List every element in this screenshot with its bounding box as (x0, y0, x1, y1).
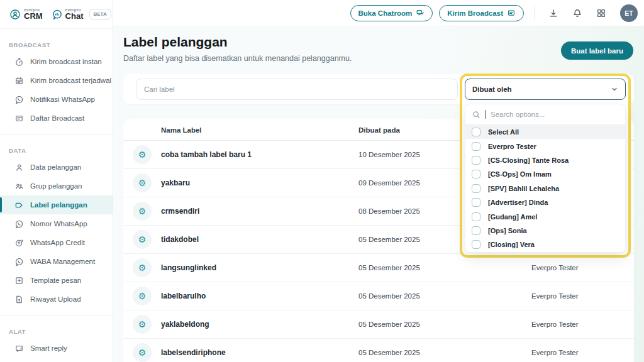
label-gear-icon: ⚙ (133, 315, 152, 334)
checkbox[interactable] (472, 212, 480, 221)
table-row[interactable]: ⚙ langsunglinked 05 Desember 2025 Everpr… (123, 254, 634, 282)
label-name: labelbarulho (161, 292, 358, 300)
sidebar-section-data: DATA Data pelanggan Grup pelanggan Label… (0, 142, 113, 309)
dropdown-option[interactable]: [Gudang] Amel (465, 209, 625, 223)
sidebar-item-label: Template pesan (30, 277, 81, 284)
dropdown-option[interactable]: [Ops] Sonia (465, 224, 625, 238)
sidebar-item-smart-reply[interactable]: Smart reply (0, 339, 113, 358)
option-label: [Gudang] Amel (488, 213, 537, 221)
whatsapp-icon (14, 94, 24, 104)
dropdown-option-select-all[interactable]: Select All (465, 125, 625, 139)
create-label-button[interactable]: Buat label baru (561, 41, 633, 60)
upload-file-icon (14, 294, 24, 304)
notification-bell-icon[interactable] (569, 4, 586, 22)
sidebar-item-whatsapp-credit[interactable]: WhatsApp Credit (0, 233, 113, 252)
credit-icon (14, 238, 24, 248)
sidebar-item-notifikasi-whatsapp[interactable]: Notifikasi WhatsApp (0, 90, 113, 109)
buka-chatroom-button[interactable]: Buka Chatroom (350, 5, 433, 21)
label-gear-icon: ⚙ (133, 287, 152, 305)
section-title: BROADCAST (0, 36, 113, 52)
label-created-at: 05 Desember 2025 (358, 321, 531, 328)
label-gear-icon: ⚙ (133, 145, 152, 164)
brand-header: everpro CRM everpro Chat BETA (0, 0, 113, 29)
dropdown-option[interactable]: [Closing] Vera (465, 238, 625, 251)
crm-logo[interactable]: everpro CRM (9, 8, 43, 21)
label-created-by: Everpro Tester (531, 349, 634, 356)
kirim-broadcast-label: Kirim Broadcast (447, 9, 503, 17)
sidebar-item-grup-pelanggan[interactable]: Grup pelanggan (0, 177, 113, 195)
creator-filter-select[interactable]: Dibuat oleh (465, 79, 626, 100)
sidebar-item-label: Daftar Broadcast (30, 114, 84, 122)
person-icon (14, 162, 24, 172)
checkbox[interactable] (472, 198, 480, 207)
option-label: Everpro Tester (488, 143, 536, 150)
user-avatar[interactable]: ET (620, 4, 638, 22)
sidebar-item-label: Notifikasi WhatsApp (30, 96, 95, 103)
chat-logo[interactable]: everpro Chat (52, 8, 84, 21)
message-icon (507, 9, 516, 18)
calendar-icon (14, 75, 24, 85)
page-title: Label pelanggan (123, 35, 228, 50)
label-gear-icon: ⚙ (133, 173, 152, 192)
topbar-divider (534, 6, 535, 20)
creator-filter-highlight-ring: Dibuat oleh Select All (460, 74, 631, 258)
chat-bubbles-icon (416, 9, 425, 18)
creator-filter-dropdown: Select All Everpro Tester [CS-Closing] T… (465, 104, 626, 253)
whatsapp-icon (14, 219, 24, 229)
checkbox[interactable] (472, 240, 480, 249)
whatsapp-icon (14, 256, 24, 266)
option-label: [CS-Ops] Om Imam (488, 170, 552, 178)
section-title: DATA (0, 142, 113, 158)
download-icon[interactable] (545, 4, 562, 22)
sidebar-item-label: Smart reply (30, 344, 67, 352)
checkbox[interactable] (472, 226, 480, 235)
apps-grid-icon[interactable] (592, 4, 610, 22)
search-label-input[interactable] (136, 79, 458, 100)
option-label: [Advertiser] Dinda (488, 199, 548, 206)
sidebar-divider (0, 315, 113, 315)
label-created-by: Everpro Tester (531, 292, 634, 300)
dropdown-option[interactable]: [CS-Ops] Om Imam (465, 167, 625, 181)
table-row[interactable]: ⚙ labelsendiriphone 05 Desember 2025 Eve… (123, 339, 634, 362)
dropdown-option[interactable]: [Advertiser] Dinda (465, 195, 625, 209)
label-gear-icon: ⚙ (133, 343, 152, 362)
checkbox[interactable] (472, 156, 480, 165)
label-name: coba tambah label baru 1 (161, 150, 358, 159)
label-gear-icon: ⚙ (133, 230, 152, 249)
sidebar-item-label: Data pelanggan (30, 163, 81, 171)
sidebar-item-kirim-broadcast-terjadwal[interactable]: Kirim broadcast terjadwal (0, 71, 113, 90)
sidebar-item-riwayat-upload[interactable]: Riwayat Upload (0, 290, 113, 309)
template-icon (14, 275, 24, 285)
dropdown-option[interactable]: Everpro Tester (465, 139, 625, 153)
sidebar-item-kirim-broadcast-instan[interactable]: Kirim broadcast instan (0, 52, 113, 71)
page-subtitle: Daftar label yang bisa disematkan untuk … (123, 54, 352, 63)
label-name: langsunglinked (161, 263, 358, 272)
sidebar-item-waba-management[interactable]: WABA Management (0, 252, 113, 271)
search-icon (472, 111, 480, 119)
sidebar-item-template-pesan[interactable]: Template pesan (0, 271, 113, 290)
checkbox[interactable] (472, 128, 480, 136)
sidebar-item-label-pelanggan[interactable]: Label pelanggan (0, 195, 113, 214)
sidebar-item-label: Nomor WhatsApp (30, 220, 87, 228)
label-created-at: 05 Desember 2025 (358, 264, 531, 272)
checkbox[interactable] (472, 170, 480, 178)
table-row[interactable]: ⚙ labelbarulho 05 Desember 2025 Everpro … (123, 282, 634, 310)
sidebar-item-nomor-whatsapp[interactable]: Nomor WhatsApp (0, 214, 113, 233)
sidebar-item-label: WhatsApp Credit (30, 239, 85, 246)
checkbox[interactable] (472, 142, 480, 151)
dropdown-option[interactable]: [SPV] Bahlil Lehaleha (465, 182, 625, 195)
sidebar-item-daftar-broadcast[interactable]: Daftar Broadcast (0, 109, 113, 128)
chevron-down-icon (611, 85, 618, 93)
dropdown-option[interactable]: [CS-Closing] Tante Rosa (465, 153, 625, 167)
dropdown-search-input[interactable] (490, 111, 618, 118)
table-row[interactable]: ⚙ yaklabeldong 05 Desember 2025 Everpro … (123, 310, 634, 339)
label-gear-icon: ⚙ (133, 202, 152, 221)
kirim-broadcast-button[interactable]: Kirim Broadcast (439, 5, 524, 21)
sidebar-item-data-pelanggan[interactable]: Data pelanggan (0, 158, 113, 177)
broadcast-list-icon (14, 113, 24, 123)
label-name: yaklabeldong (161, 320, 358, 329)
label-name: yakbaru (161, 178, 358, 187)
top-bar: Buka Chatroom Kirim Broadcast ET (113, 0, 644, 26)
checkbox[interactable] (472, 184, 480, 193)
sidebar-item-label: Riwayat Upload (30, 295, 81, 303)
